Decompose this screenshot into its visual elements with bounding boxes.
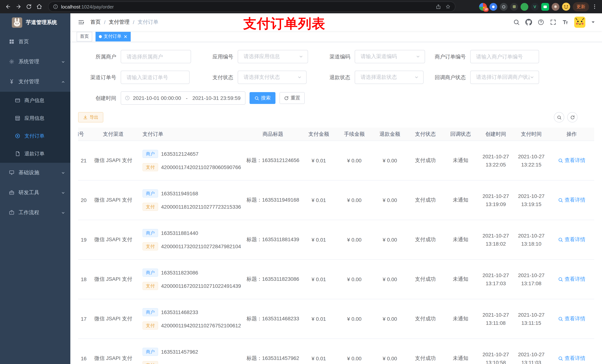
cell-id: 16 [78,355,89,361]
filter-label: 支付状态 [178,71,233,84]
sidebar-item-merchant-info[interactable]: 商户信息 [0,92,70,110]
browser-extension-icon[interactable] [521,3,528,10]
view-detail-link[interactable]: 查看详情 [558,355,585,362]
cell-create-time: 2021-10-2713:19:09 [478,192,514,208]
reset-button[interactable]: 重置 [280,92,305,104]
filter-label: 渠道编码 [295,50,350,63]
date-start: 2021-10-01 00:00:00 [133,95,181,101]
app-logo[interactable]: 芋道管理系统 [0,13,70,32]
search-icon[interactable] [513,19,520,26]
sidebar-item-infrastructure[interactable]: 基础设施 [0,163,70,183]
github-icon[interactable] [525,19,532,26]
browser-extensions-area: 10 V ✱ 更新 [459,2,599,11]
view-detail-link[interactable]: 查看详情 [558,157,585,164]
cell-channel: 微信 JSAPI 支付 [89,236,137,243]
cell-pay-status: 支付成功 [408,355,443,362]
create-time-range-picker[interactable]: 2021-10-01 00:00:00 - 2021-10-31 23:59:5… [121,91,246,105]
sidebar-item-workflow[interactable]: 工作流程 [0,203,70,223]
sidebar-item-payment[interactable]: 支付管理 [0,72,70,92]
cell-pay-time: 2021-10-2713:11:15 [514,311,549,327]
table-row: 21 微信 JSAPI 支付 商户1635312124657 支付4200001… [78,141,594,180]
orders-table: 编号 支付渠道 支付订单 商品标题 支付金额 手续金额 退款金额 支付状态 回调… [78,128,594,364]
export-button[interactable]: 导出 [78,112,103,123]
sidebar-item-dev-tools[interactable]: 研发工具 [0,183,70,203]
breadcrumb-home[interactable]: 首页 [90,19,101,26]
browser-profile-avatar[interactable] [562,3,570,11]
table-row: 16 微信 JSAPI 支付 商户1635311457962 支付 标题：163… [78,339,594,364]
chevron-down-icon [61,191,65,195]
pay-tag: 支付 [142,203,158,211]
font-size-icon[interactable] [562,19,569,26]
tab-home[interactable]: 首页 [77,32,92,41]
notify-status-select[interactable]: 请选择订单回调商户状态 [470,71,539,84]
cell-title: 标题：1635311468233 [245,316,301,322]
browser-home-icon[interactable] [34,1,44,12]
browser-extension-icon[interactable] [500,3,508,10]
browser-back-icon[interactable] [3,1,13,12]
browser-menu-icon[interactable] [592,4,598,10]
caret-down-icon[interactable] [591,20,595,24]
table-row: 18 微信 JSAPI 支付 商户1635311823086 支付4200001… [78,260,594,299]
question-icon[interactable] [538,19,544,26]
date-separator: - [184,95,189,101]
cell-pay-time: 2021-10-2713:17:08 [514,271,549,287]
breadcrumb-section[interactable]: 支付管理 [109,19,129,26]
browser-reload-icon[interactable] [24,1,34,12]
browser-extension-icon[interactable] [510,3,518,10]
browser-address-bar[interactable]: localhost:1024/pay/order [48,1,455,12]
search-toggle-button[interactable] [554,112,564,123]
cell-channel: 微信 JSAPI 支付 [89,197,137,203]
fullscreen-icon[interactable] [550,19,557,26]
sidebar-item-home[interactable]: 首页 [0,32,70,52]
column-header: 商品标题 [245,131,301,137]
monitor-icon [9,170,15,176]
view-detail-link[interactable]: 查看详情 [558,236,585,243]
refresh-button[interactable] [567,112,578,123]
hamburger-icon[interactable] [78,19,85,26]
view-detail-link[interactable]: 查看详情 [558,276,585,282]
sidebar-item-label: 应用信息 [24,115,44,122]
tab-payment-orders[interactable]: 支付订单 [96,32,131,41]
cell-notify-status: 未通知 [443,316,478,322]
column-header: 支付金额 [301,131,336,137]
sidebar-item-refund-orders[interactable]: 退款订单 [0,145,70,163]
search-button-label: 搜索 [261,95,271,101]
pay-order-no: 4200001181202110277723215336 [161,204,241,210]
browser-extension-icon[interactable] [489,3,497,10]
cell-notify-status: 未通知 [443,355,478,362]
sidebar-item-app-info[interactable]: 应用信息 [0,110,70,127]
sidebar-item-payment-orders[interactable]: 支付订单 [0,127,70,145]
view-detail-link[interactable]: 查看详情 [558,315,585,322]
view-detail-link[interactable]: 查看详情 [558,197,585,203]
merchant-order-no-input[interactable] [470,50,539,63]
browser-extension-icon[interactable]: ✱ [552,3,559,10]
share-icon[interactable] [436,4,441,9]
gear-icon [9,59,15,65]
browser-forward-icon[interactable] [13,1,24,12]
sidebar-item-label: 系统管理 [19,58,39,65]
browser-extension-icon[interactable]: V [531,3,539,10]
clock-icon [125,95,130,101]
close-icon[interactable] [124,35,127,38]
column-header: 回调状态 [443,131,478,137]
search-button[interactable]: 搜索 [249,92,275,104]
chevron-down-icon [61,171,65,175]
user-avatar[interactable] [574,17,585,28]
cell-notify-status: 未通知 [443,157,478,164]
merchant-tag: 商户 [142,150,158,158]
browser-extension-icon[interactable] [541,3,549,10]
table-row: 20 微信 JSAPI 支付 商户1635311949168 支付4200001… [78,180,594,220]
star-icon[interactable] [445,4,451,9]
cell-channel: 微信 JSAPI 支付 [89,276,137,283]
pay-tag: 支付 [142,163,158,171]
cell-action: 查看详情 [549,197,594,204]
cell-refund: ¥ 0.00 [372,276,408,282]
breadcrumb-current: 支付订单 [138,19,159,26]
browser-extension-icon[interactable]: 10 [479,3,487,10]
info-icon[interactable] [53,4,58,9]
sidebar-item-system[interactable]: 系统管理 [0,52,70,72]
cell-fee: ¥ 0.00 [336,237,372,243]
browser-update-button[interactable]: 更新 [573,2,589,11]
merchant-order-no: 1635311823086 [161,270,198,276]
url-host: localhost [61,4,80,10]
